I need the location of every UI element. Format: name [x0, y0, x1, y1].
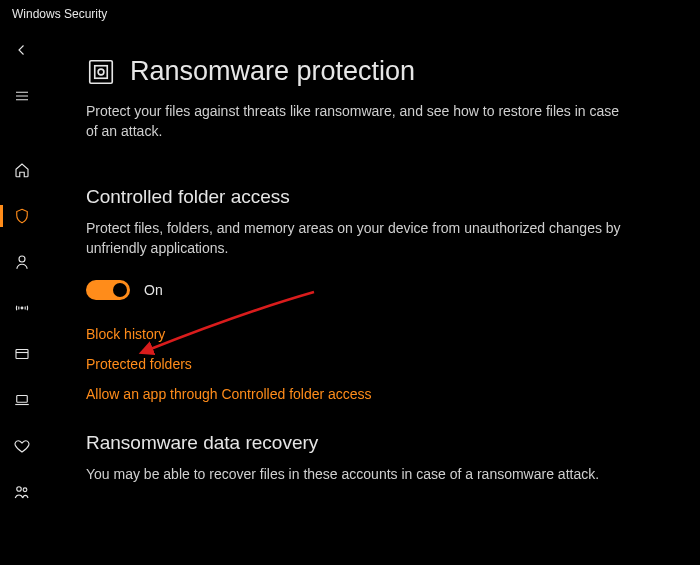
shield-icon [13, 207, 31, 225]
page-description: Protect your files against threats like … [86, 101, 626, 142]
broadcast-icon [13, 299, 31, 317]
sidebar-item-home[interactable] [0, 156, 44, 184]
person-icon [13, 253, 31, 271]
block-history-link[interactable]: Block history [86, 326, 664, 342]
svg-rect-7 [95, 65, 108, 78]
main-content: Ransomware protection Protect your files… [44, 28, 700, 565]
controlled-folder-access-description: Protect files, folders, and memory areas… [86, 218, 646, 259]
controlled-folder-access-toggle[interactable] [86, 280, 130, 300]
protected-folders-link[interactable]: Protected folders [86, 356, 664, 372]
sidebar-item-app-browser-control[interactable] [0, 340, 44, 368]
sidebar-item-account-protection[interactable] [0, 248, 44, 276]
menu-button[interactable] [0, 82, 44, 110]
svg-rect-3 [17, 396, 28, 403]
sidebar [0, 28, 44, 565]
svg-rect-2 [16, 350, 28, 359]
family-icon [13, 483, 31, 501]
svg-point-8 [98, 69, 104, 75]
titlebar: Windows Security [0, 0, 700, 28]
heart-icon [13, 437, 31, 455]
sidebar-item-family-options[interactable] [0, 478, 44, 506]
svg-point-0 [19, 256, 25, 262]
sidebar-item-device-performance[interactable] [0, 432, 44, 460]
page-title: Ransomware protection [130, 56, 415, 87]
ransomware-recovery-description: You may be able to recover files in thes… [86, 464, 646, 484]
ransomware-protection-icon [86, 57, 116, 87]
sidebar-item-virus-protection[interactable] [0, 202, 44, 230]
hamburger-icon [13, 87, 31, 105]
svg-point-4 [17, 487, 22, 492]
back-arrow-icon [13, 41, 31, 59]
toggle-knob [113, 283, 127, 297]
back-button[interactable] [0, 36, 44, 64]
allow-app-link[interactable]: Allow an app through Controlled folder a… [86, 386, 664, 402]
svg-rect-6 [90, 60, 113, 83]
sidebar-item-device-security[interactable] [0, 386, 44, 414]
laptop-icon [13, 391, 31, 409]
ransomware-recovery-heading: Ransomware data recovery [86, 432, 664, 454]
window-icon [13, 345, 31, 363]
toggle-state-label: On [144, 282, 163, 298]
svg-point-1 [21, 307, 23, 309]
svg-point-5 [23, 488, 27, 492]
home-icon [13, 161, 31, 179]
sidebar-item-firewall[interactable] [0, 294, 44, 322]
window-title: Windows Security [12, 7, 107, 21]
controlled-folder-access-heading: Controlled folder access [86, 186, 664, 208]
